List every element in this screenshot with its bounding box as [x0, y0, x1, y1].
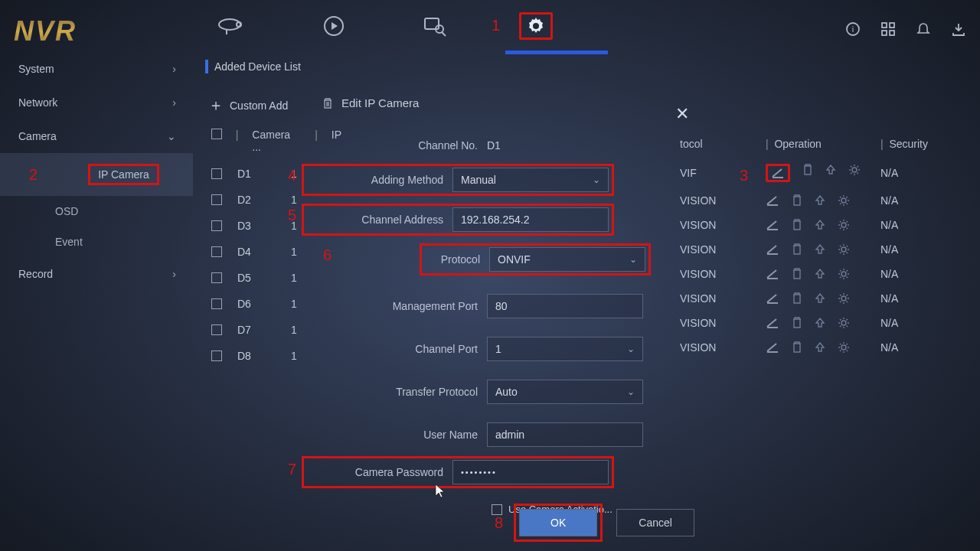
accent-bar — [205, 60, 208, 73]
protocol-cell: VISION — [680, 341, 766, 354]
upgrade-icon[interactable] — [815, 292, 825, 305]
transfer-proto-select[interactable]: Auto⌄ — [487, 380, 643, 404]
annotation-1: 1 — [492, 17, 500, 34]
upgrade-icon[interactable] — [815, 268, 825, 280]
delete-icon[interactable] — [792, 341, 802, 354]
upgrade-icon[interactable] — [815, 341, 825, 354]
security-cell: N/A — [880, 292, 898, 305]
username-input[interactable]: admin — [487, 422, 643, 447]
row-checkbox[interactable] — [211, 220, 222, 231]
sidebar-label: Event — [55, 236, 83, 248]
mgmt-port-label: Management Port — [338, 300, 487, 312]
playback-icon[interactable] — [315, 11, 352, 41]
protocol-cell: VISION — [680, 317, 766, 329]
delete-icon[interactable] — [802, 164, 813, 182]
row-checkbox[interactable] — [211, 246, 222, 257]
device-row[interactable]: D41 — [211, 239, 341, 265]
security-cell: N/A — [880, 341, 898, 354]
config-icon[interactable] — [838, 317, 850, 329]
config-icon[interactable] — [848, 164, 861, 182]
config-icon[interactable] — [838, 268, 850, 280]
sidebar-item-event[interactable]: Event — [0, 227, 193, 257]
upgrade-icon[interactable] — [825, 164, 836, 182]
edit-icon[interactable] — [766, 292, 779, 305]
select-value: Manual — [461, 174, 496, 186]
ip-cell: 1 — [291, 272, 297, 284]
sidebar-label: Network — [18, 96, 57, 109]
svg-rect-12 — [882, 23, 887, 28]
svg-point-2 — [237, 22, 241, 27]
delete-icon[interactable] — [792, 292, 802, 305]
upgrade-icon[interactable] — [815, 243, 825, 256]
annotation-5: 5 — [288, 207, 296, 224]
upgrade-icon[interactable] — [815, 194, 825, 207]
svg-point-19 — [841, 247, 846, 252]
edit-icon[interactable] — [766, 164, 790, 182]
security-cell: N/A — [880, 243, 898, 256]
channel-cell: D7 — [237, 324, 276, 336]
config-icon[interactable] — [838, 341, 850, 354]
upgrade-icon[interactable] — [815, 317, 825, 329]
sidebar-item-network[interactable]: Network› — [0, 86, 193, 119]
channel-address-input[interactable]: 192.168.254.2 — [452, 207, 609, 232]
select-all-checkbox[interactable] — [211, 129, 222, 139]
row-checkbox[interactable] — [211, 194, 222, 205]
grid-icon[interactable] — [880, 21, 896, 37]
delete-icon[interactable] — [792, 194, 802, 207]
adding-method-select[interactable]: Manual⌄ — [452, 168, 609, 192]
settings-nav-icon[interactable]: 1 — [518, 11, 554, 41]
device-row[interactable]: D61 — [211, 291, 341, 317]
channel-cell: D5 — [237, 272, 276, 284]
config-icon[interactable] — [838, 292, 850, 305]
protocol-select[interactable]: ONVIF⌄ — [489, 247, 645, 272]
security-cell: N/A — [880, 167, 898, 179]
sidebar-item-ip-camera[interactable]: 2 IP Camera — [0, 153, 193, 196]
row-checkbox[interactable] — [211, 272, 222, 283]
export-icon[interactable] — [951, 21, 966, 37]
custom-add-button[interactable]: ＋ Custom Add — [208, 95, 288, 116]
channel-port-select[interactable]: 1⌄ — [487, 337, 643, 361]
delete-icon[interactable] — [792, 243, 802, 256]
col-security: Security — [889, 138, 928, 150]
device-row[interactable]: D71 — [211, 317, 341, 343]
ok-button[interactable]: OK — [519, 509, 597, 536]
username-label: User Name — [338, 429, 487, 441]
col-protocol: tocol — [680, 138, 766, 150]
config-icon[interactable] — [838, 243, 850, 256]
config-icon[interactable] — [838, 194, 850, 207]
delete-icon[interactable] — [792, 219, 802, 231]
row-checkbox[interactable] — [211, 324, 222, 335]
search-icon[interactable] — [416, 11, 453, 41]
upgrade-icon[interactable] — [815, 219, 825, 231]
info-icon[interactable]: i — [845, 21, 861, 37]
edit-icon[interactable] — [766, 341, 779, 354]
sidebar-item-osd[interactable]: OSD — [0, 196, 193, 227]
row-checkbox[interactable] — [211, 298, 222, 309]
sidebar-item-record[interactable]: Record› — [0, 257, 193, 291]
sidebar-item-camera[interactable]: Camera⌄ — [0, 119, 193, 153]
sidebar-item-system[interactable]: System› — [0, 52, 193, 86]
mgmt-port-input[interactable]: 80 — [487, 294, 643, 318]
edit-icon[interactable] — [766, 317, 779, 329]
device-row[interactable]: D51 — [211, 265, 341, 291]
live-view-icon[interactable] — [214, 11, 251, 41]
bell-icon[interactable] — [916, 21, 931, 37]
sidebar-label: IP Camera — [98, 168, 149, 181]
delete-icon[interactable] — [792, 268, 802, 280]
password-input[interactable]: •••••••• — [452, 460, 609, 484]
config-icon[interactable] — [838, 219, 850, 231]
edit-icon[interactable] — [766, 268, 779, 280]
row-checkbox[interactable] — [211, 168, 222, 179]
security-cell: N/A — [880, 268, 898, 280]
delete-icon[interactable] — [792, 317, 802, 329]
row-checkbox[interactable] — [211, 350, 222, 361]
edit-icon[interactable] — [766, 243, 779, 256]
security-cell: N/A — [880, 317, 898, 329]
edit-icon[interactable] — [766, 194, 779, 207]
annotation-7: 7 — [288, 461, 296, 478]
trash-icon[interactable] — [322, 97, 334, 109]
svg-marker-4 — [332, 22, 338, 30]
cancel-button[interactable]: Cancel — [616, 509, 694, 536]
edit-icon[interactable] — [766, 219, 779, 231]
device-row[interactable]: D81 — [211, 343, 341, 369]
